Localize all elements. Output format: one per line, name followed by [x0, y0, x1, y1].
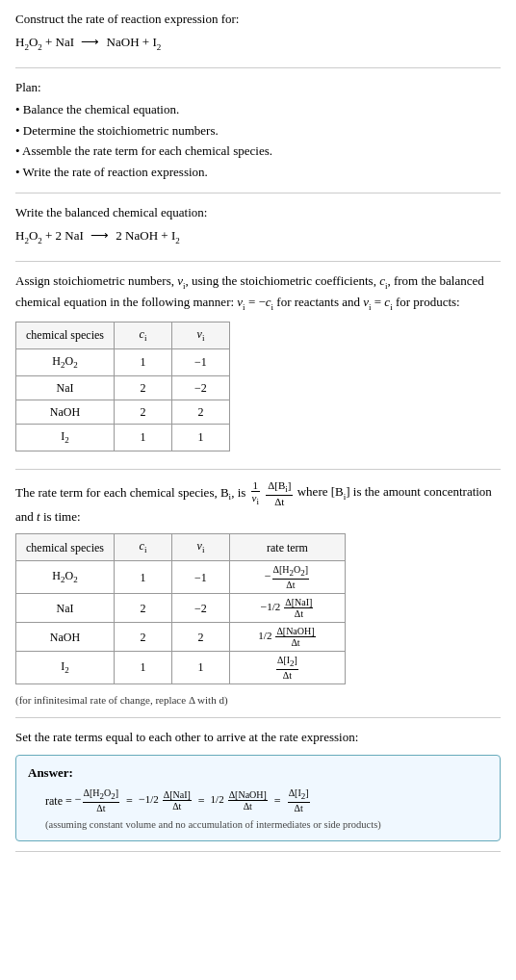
balanced-eq-label: Write the balanced chemical equation: [15, 203, 501, 222]
rate-expression: rate = −Δ[H2O2]Δt = −1/2 Δ[NaI]Δt = 1/2 … [45, 787, 488, 813]
table-row: H2O2 1 −1 [16, 348, 230, 375]
stoich-section: Assign stoichiometric numbers, νi, using… [15, 271, 501, 470]
vi-i2: 1 [171, 424, 229, 451]
rt-ci-i2: 1 [114, 652, 171, 684]
rt-term-h2o2: −Δ[H2O2]Δt [229, 561, 345, 594]
rate-term-section: The rate term for each chemical species,… [15, 479, 501, 719]
rate-table: chemical species ci νi rate term H2O2 1 … [15, 533, 346, 684]
plan-item-4: Write the rate of reaction expression. [15, 163, 501, 182]
rt-ci-naoh: 2 [114, 623, 171, 652]
reaction-lhs: H2O2 + NaI [15, 35, 74, 49]
rt-ci-nai: 2 [114, 594, 171, 623]
rt-vi-i2: 1 [171, 652, 229, 684]
plan-section: Plan: Balance the chemical equation. Det… [15, 78, 501, 194]
set-equal-intro: Set the rate terms equal to each other t… [15, 728, 501, 747]
initial-reaction: H2O2 + NaI ⟶ NaOH + I2 [15, 33, 501, 54]
rate-col-ci: ci [114, 534, 171, 561]
rt-vi-naoh: 2 [171, 623, 229, 652]
balanced-rhs: 2 NaOH + I2 [116, 228, 179, 243]
rt-term-naoh: 1/2 Δ[NaOH]Δt [229, 623, 345, 652]
rt-species-naoh: NaOH [16, 623, 115, 652]
rate-term4: Δ[I2]Δt [287, 787, 311, 813]
balanced-reaction: H2O2 + 2 NaI ⟶ 2 NaOH + I2 [15, 226, 501, 247]
rate-term1: −Δ[H2O2]Δt [75, 787, 120, 813]
species-h2o2: H2O2 [16, 348, 115, 375]
table-row: H2O2 1 −1 −Δ[H2O2]Δt [16, 561, 346, 594]
stoich-table: chemical species ci νi H2O2 1 −1 NaI 2 −… [15, 322, 230, 451]
table-row: I2 1 1 [16, 424, 230, 451]
stoich-col-vi: νi [171, 322, 229, 348]
plan-item-2: Determine the stoichiometric numbers. [15, 121, 501, 141]
species-nai: NaI [16, 375, 115, 400]
rate-term-delta-frac: Δ[Bi] Δt [266, 479, 293, 507]
rt-vi-h2o2: −1 [171, 561, 229, 594]
rate-term-intro: The rate term for each chemical species,… [15, 479, 501, 527]
reaction-rhs: NaOH + I2 [107, 35, 162, 49]
answer-box: Answer: rate = −Δ[H2O2]Δt = −1/2 Δ[NaI]Δ… [15, 755, 501, 841]
vi-h2o2: −1 [171, 348, 229, 375]
rt-species-nai: NaI [16, 594, 115, 623]
table-row: I2 1 1 Δ[I2]Δt [16, 652, 346, 684]
rt-ci-h2o2: 1 [114, 561, 171, 594]
plan-item-1: Balance the chemical equation. [15, 100, 501, 119]
rt-species-h2o2: H2O2 [16, 561, 115, 594]
ci-nai: 2 [114, 375, 171, 400]
instruction-text: Construct the rate of reaction expressio… [15, 10, 501, 29]
rt-vi-nai: −2 [171, 594, 229, 623]
species-i2: I2 [16, 424, 115, 451]
eq2: = [198, 792, 205, 810]
ci-h2o2: 1 [114, 348, 171, 375]
rt-species-i2: I2 [16, 652, 115, 684]
rate-col-vi: νi [171, 534, 229, 561]
species-naoh: NaOH [16, 400, 115, 424]
rt-term-i2: Δ[I2]Δt [229, 652, 345, 684]
balanced-lhs: H2O2 + 2 NaI [15, 228, 84, 243]
stoich-intro: Assign stoichiometric numbers, νi, using… [15, 271, 501, 314]
table-row: NaOH 2 2 [16, 400, 230, 424]
plan-title: Plan: [15, 78, 501, 97]
header-section: Construct the rate of reaction expressio… [15, 10, 501, 68]
footnote: (for infinitesimal rate of change, repla… [15, 692, 501, 709]
ci-naoh: 2 [114, 400, 171, 424]
rate-label: rate = [45, 792, 72, 810]
rate-col-term: rate term [229, 534, 345, 561]
balanced-arrow: ⟶ [90, 228, 112, 243]
vi-naoh: 2 [171, 400, 229, 424]
rt-term-nai: −1/2 Δ[NaI]Δt [229, 594, 345, 623]
eq1: = [126, 792, 133, 810]
stoich-col-species: chemical species [16, 322, 115, 348]
rate-term2: −1/2 Δ[NaI]Δt [139, 789, 193, 812]
ci-i2: 1 [114, 424, 171, 451]
table-row: NaI 2 −2 −1/2 Δ[NaI]Δt [16, 594, 346, 623]
eq3: = [274, 792, 281, 810]
vi-nai: −2 [171, 375, 229, 400]
rate-term-formula: 1 νi [250, 479, 261, 507]
answer-section: Set the rate terms equal to each other t… [15, 728, 501, 852]
answer-label: Answer: [28, 763, 488, 783]
stoich-col-ci: ci [114, 322, 171, 348]
table-row: NaOH 2 2 1/2 Δ[NaOH]Δt [16, 623, 346, 652]
plan-item-3: Assemble the rate term for each chemical… [15, 142, 501, 161]
assuming-note: (assuming constant volume and no accumul… [45, 817, 488, 833]
rate-term3: 1/2 Δ[NaOH]Δt [211, 789, 269, 812]
plan-list: Balance the chemical equation. Determine… [15, 100, 501, 181]
rate-col-species: chemical species [16, 534, 115, 561]
table-row: NaI 2 −2 [16, 375, 230, 400]
balanced-eq-section: Write the balanced chemical equation: H2… [15, 203, 501, 262]
reaction-arrow: ⟶ [81, 35, 99, 49]
